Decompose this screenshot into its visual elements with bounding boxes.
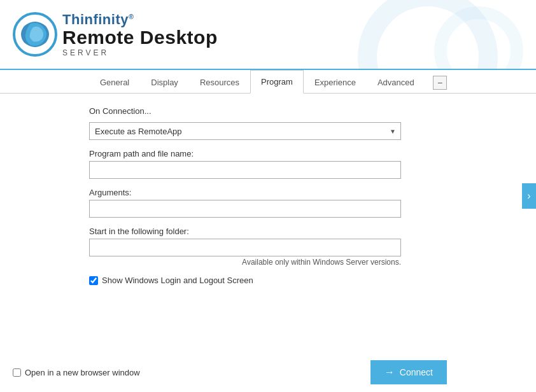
tab-program[interactable]: Program: [250, 70, 304, 94]
brand-name: Thinfinity: [62, 11, 129, 27]
logo-area: Thinfinity® Remote Desktop SERVER: [13, 12, 218, 57]
execute-select-wrapper: Execute as RemoteApp Start a program Def…: [89, 122, 401, 140]
tab-general[interactable]: General: [89, 71, 140, 94]
reg-mark: ®: [129, 12, 134, 20]
right-arrow-icon: ›: [527, 190, 530, 202]
start-folder-input[interactable]: [89, 239, 401, 256]
logo-icon: [13, 12, 57, 57]
bg-decoration-circle1: [358, 0, 498, 70]
show-login-row: Show Windows Login and Logout Screen: [89, 276, 447, 285]
program-path-label: Program path and file name:: [89, 149, 447, 158]
tab-experience[interactable]: Experience: [304, 71, 367, 94]
right-arrow-tab[interactable]: ›: [522, 183, 536, 209]
on-connection-label: On Connection...: [89, 106, 447, 116]
start-folder-group: Start in the following folder: Available…: [89, 227, 447, 267]
connect-button[interactable]: → Connect: [370, 360, 447, 384]
on-connection-group: On Connection... Execute as RemoteApp St…: [89, 106, 447, 140]
open-new-window-label[interactable]: Open in a new browser window: [25, 368, 140, 377]
arguments-group: Arguments:: [89, 188, 447, 218]
tab-resources[interactable]: Resources: [189, 71, 250, 94]
tabs-bar: General Display Resources Program Experi…: [0, 70, 536, 94]
show-login-label[interactable]: Show Windows Login and Logout Screen: [102, 276, 253, 285]
execute-select[interactable]: Execute as RemoteApp Start a program Def…: [89, 122, 401, 140]
bottom-bar: Open in a new browser window → Connect: [0, 354, 536, 392]
connect-button-label: Connect: [400, 367, 433, 377]
open-new-window-row: Open in a new browser window: [13, 368, 140, 377]
tab-advanced[interactable]: Advanced: [367, 71, 425, 94]
tab-display[interactable]: Display: [140, 71, 189, 94]
start-folder-label: Start in the following folder:: [89, 227, 447, 236]
open-new-window-checkbox[interactable]: [13, 368, 21, 377]
arguments-input[interactable]: [89, 200, 401, 218]
logo-product-line1: Remote Desktop: [62, 27, 218, 48]
app-header: Thinfinity® Remote Desktop SERVER: [0, 0, 536, 70]
bg-decoration-circle2: [434, 6, 523, 70]
logo-text: Thinfinity® Remote Desktop SERVER: [62, 13, 218, 57]
minimize-button[interactable]: −: [433, 76, 447, 90]
program-path-group: Program path and file name:: [89, 149, 447, 179]
show-login-checkbox[interactable]: [89, 276, 98, 285]
program-path-input[interactable]: [89, 161, 401, 179]
connect-arrow-icon: →: [384, 367, 395, 378]
arguments-label: Arguments:: [89, 188, 447, 197]
logo-brand: Thinfinity®: [62, 13, 218, 27]
hint-text: Available only within Windows Server ver…: [89, 258, 401, 267]
main-content: On Connection... Execute as RemoteApp St…: [0, 94, 536, 298]
logo-product-line2: SERVER: [62, 49, 218, 57]
